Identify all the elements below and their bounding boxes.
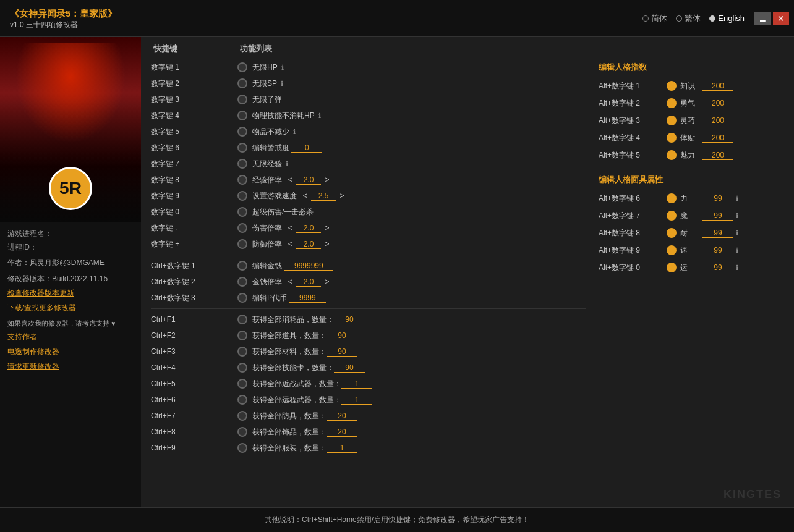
alt-toggle-3[interactable] [667, 116, 677, 125]
toggle-12[interactable] [237, 239, 247, 249]
input-str[interactable] [702, 194, 733, 203]
info-7: ℹ [286, 160, 288, 167]
input-mag[interactable] [702, 211, 733, 221]
toggle-7[interactable] [237, 159, 247, 169]
support-author-link[interactable]: 支持作者 [7, 331, 134, 344]
feature-row-9: 数字键 9 设置游戏速度 < 2.5 > [151, 188, 586, 204]
ctrlf5-toggle[interactable] [237, 379, 247, 389]
input-spd[interactable] [702, 246, 733, 255]
feature-row-1: 数字键 1 无限HP ℹ [151, 59, 586, 75]
info-2: ℹ [281, 80, 283, 87]
feature-row-11: 数字键 . 伤害倍率 < 2.0 > [151, 220, 586, 236]
input-skillcards[interactable] [334, 363, 365, 373]
alt-toggle-8[interactable] [667, 228, 677, 238]
def-increase-btn[interactable]: > [323, 240, 331, 248]
ctrlf3-toggle[interactable] [237, 347, 247, 357]
input-consumable[interactable] [334, 315, 365, 324]
input-materials[interactable] [327, 347, 357, 357]
input-dexterity[interactable] [702, 116, 733, 125]
ctrlf2-toggle[interactable] [237, 331, 247, 340]
input-lck[interactable] [702, 263, 733, 272]
shortcut-8: 数字键 8 [151, 175, 237, 185]
ctrlf8-toggle[interactable] [237, 427, 247, 437]
feature-row-5: 数字键 5 物品不减少 ℹ [151, 124, 586, 140]
custom-trainer-link[interactable]: 电邀制作修改器 [7, 345, 134, 359]
lang-traditional[interactable]: 繁体 [676, 13, 701, 24]
alt-toggle-5[interactable] [667, 150, 677, 160]
toggle-6[interactable] [237, 143, 247, 153]
lang-simplified[interactable]: 简体 [642, 13, 667, 24]
ctrlf6-toggle[interactable] [237, 395, 247, 405]
ctrlf4-toggle[interactable] [237, 363, 247, 373]
input-alert-level[interactable] [291, 143, 322, 153]
exp-increase-btn[interactable]: > [323, 175, 331, 184]
game-cover-image: 5R [0, 37, 141, 222]
minimize-button[interactable]: 🗕 [754, 12, 771, 25]
alt-toggle-7[interactable] [667, 211, 677, 221]
toggle-4[interactable] [237, 111, 247, 120]
toggle-9[interactable] [237, 191, 247, 201]
close-button[interactable]: ✕ [773, 12, 789, 25]
ctrl-toggle-1[interactable] [237, 261, 247, 271]
ctrl-shortcut-2: Ctrl+数字键 2 [151, 277, 237, 287]
input-ranged[interactable] [341, 395, 372, 405]
request-update-link[interactable]: 请求更新修改器 [7, 360, 134, 374]
toggle-1[interactable] [237, 62, 247, 72]
ctrlf6-row: Ctrl+F6 获得全部远程武器，数量： [151, 392, 586, 408]
ctrlf9-label: 获得全部服装，数量： [252, 443, 586, 454]
input-outfits[interactable] [327, 444, 357, 453]
input-charm[interactable] [702, 151, 733, 160]
feature-label-7: 无限经验 ℹ [252, 159, 586, 169]
ctrlf1-label: 获得全部消耗品，数量： [252, 315, 586, 325]
alt-shortcut-1: Alt+数字键 1 [599, 81, 667, 91]
def-decrease-btn[interactable]: < [286, 240, 294, 248]
alt-toggle-2[interactable] [667, 98, 677, 108]
input-melee[interactable] [341, 379, 372, 389]
input-money[interactable] [284, 261, 333, 271]
dmg-increase-btn[interactable]: > [323, 224, 331, 232]
lang-english[interactable]: English [709, 14, 745, 23]
input-end[interactable] [702, 229, 733, 238]
input-ptoken[interactable] [289, 293, 326, 303]
exp-decrease-btn[interactable]: < [286, 175, 294, 184]
toggle-8[interactable] [237, 175, 247, 185]
shortcut-1: 数字键 1 [151, 62, 237, 73]
ctrl-toggle-3[interactable] [237, 293, 247, 303]
stat-label-spd: 速 [680, 245, 702, 256]
titlebar: 《女神异闻录5：皇家版》 v1.0 三十四项修改器 简体 繁体 English … [0, 0, 794, 37]
toggle-2[interactable] [237, 78, 247, 88]
ctrl-toggle-2[interactable] [237, 277, 247, 287]
alt-shortcut-8: Alt+数字键 8 [599, 228, 667, 239]
sidebar-info: 游戏进程名： 进程ID： 作者：风灵月影@3DMGAME 修改器版本：Build… [0, 222, 141, 379]
ctrlf7-toggle[interactable] [237, 411, 247, 421]
money-mult-increase[interactable]: > [323, 277, 331, 286]
app-title: 《女神异闻录5：皇家版》 [10, 7, 117, 20]
toggle-10[interactable] [237, 207, 247, 217]
input-courage[interactable] [702, 99, 733, 108]
input-knowledge[interactable] [702, 82, 733, 91]
speed-increase-btn[interactable]: > [338, 192, 346, 200]
money-mult-decrease[interactable]: < [286, 277, 294, 286]
alt-toggle-6[interactable] [667, 193, 677, 203]
alt-toggle-0[interactable] [667, 263, 677, 272]
toggle-3[interactable] [237, 95, 247, 104]
alt-toggle-4[interactable] [667, 133, 677, 143]
input-accessories[interactable] [327, 428, 357, 437]
input-armor[interactable] [327, 412, 357, 421]
check-update-link[interactable]: 检查修改器版本更新 [7, 287, 134, 300]
input-items[interactable] [327, 331, 357, 340]
alt-toggle-9[interactable] [667, 245, 677, 255]
ctrlf1-toggle[interactable] [237, 315, 247, 324]
shortcut-2: 数字键 2 [151, 78, 237, 89]
alt-toggle-1[interactable] [667, 81, 677, 91]
input-kindness[interactable] [702, 133, 733, 143]
ctrlf9-toggle[interactable] [237, 443, 247, 453]
shortcut-9: 数字键 9 [151, 191, 237, 201]
toggle-5[interactable] [237, 127, 247, 137]
download-link[interactable]: 下载/查找更多修改器 [7, 302, 134, 315]
dmg-decrease-btn[interactable]: < [286, 224, 294, 232]
ctrlf6-shortcut: Ctrl+F6 [151, 395, 237, 404]
mask-row-2: Alt+数字键 7 魔 ℹ [599, 208, 784, 224]
speed-decrease-btn[interactable]: < [301, 192, 309, 200]
toggle-11[interactable] [237, 223, 247, 233]
